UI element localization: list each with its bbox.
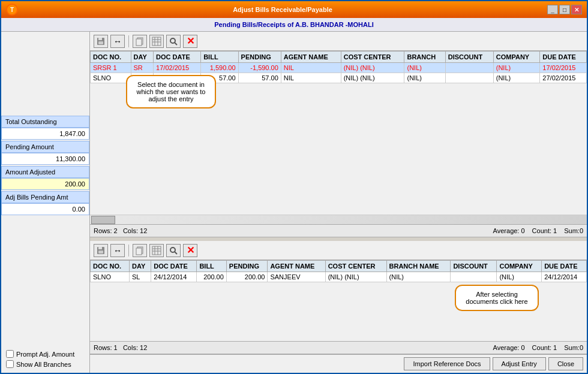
- cell-cost: (NIL) (NIL): [325, 272, 386, 282]
- lower-arrows-btn[interactable]: ↔: [110, 244, 125, 257]
- col-doc-no: DOC NO.: [91, 261, 130, 272]
- col-doc-date: DOC DATE: [151, 261, 197, 272]
- cell-doc-no: SRSR 1: [91, 63, 131, 73]
- cell-bill: 1,590.00: [201, 63, 238, 73]
- import-btn[interactable]: Import Reference Docs: [404, 357, 490, 370]
- bottom-buttons: Import Reference Docs Adjust Entry Close: [90, 354, 587, 373]
- cell-branch: (NIL): [386, 272, 451, 282]
- svg-rect-2: [98, 41, 103, 44]
- upper-grid-section: ↔ ✕: [90, 32, 587, 237]
- upper-toolbar: ↔ ✕: [90, 32, 587, 51]
- cell-day: SL: [130, 272, 151, 282]
- lower-rows-cols: Rows: 1 Cols: 12: [94, 344, 147, 351]
- cell-discount: [445, 73, 493, 83]
- upper-rows-cols: Rows: 2 Cols: 12: [94, 227, 147, 234]
- cell-doc-no: SLNO: [91, 73, 131, 83]
- cell-branch: (NIL): [404, 63, 445, 73]
- minimize-button[interactable]: _: [547, 5, 558, 14]
- upper-grid-header: DOC NO. DAY DOC DATE BILL PENDING AGENT …: [91, 52, 587, 63]
- cell-due: 24/12/2014: [542, 272, 587, 282]
- col-doc-date: DOC DATE: [154, 52, 201, 63]
- total-outstanding-label: Total Outstanding: [1, 116, 89, 128]
- svg-line-23: [175, 252, 177, 254]
- window-close-button[interactable]: ✕: [571, 5, 582, 14]
- svg-rect-14: [98, 251, 103, 254]
- lower-table-btn[interactable]: [149, 244, 164, 257]
- upper-scrollbar[interactable]: [90, 215, 587, 224]
- svg-rect-16: [136, 248, 142, 255]
- col-discount: DISCOUNT: [445, 52, 493, 63]
- lower-grid-wrapper: DOC NO. DAY DOC DATE BILL PENDING AGENT …: [90, 260, 587, 341]
- search-btn[interactable]: [166, 35, 181, 48]
- adjust-btn[interactable]: Adjust Entry: [493, 357, 546, 370]
- adj-bills-value: 0.00: [1, 203, 89, 215]
- col-bill: BILL: [197, 261, 226, 272]
- cell-cost: (NIL) (NIL): [341, 63, 404, 73]
- col-agent-name: AGENT NAME: [281, 52, 341, 63]
- upper-stats: Average: 0 Count: 1 Sum:0: [493, 227, 583, 234]
- lower-save-btn[interactable]: [94, 244, 108, 257]
- cell-due: 17/02/2015: [540, 63, 587, 73]
- delete-btn[interactable]: ✕: [183, 35, 197, 48]
- cell-agent: SANJEEV: [268, 272, 325, 282]
- col-doc-no: DOC NO.: [91, 52, 131, 63]
- lower-copy-btn[interactable]: [133, 244, 147, 257]
- lower-data-grid: DOC NO. DAY DOC DATE BILL PENDING AGENT …: [90, 260, 587, 282]
- svg-rect-5: [152, 37, 161, 46]
- cell-pending: 57.00: [238, 73, 281, 83]
- lower-toolbar: ↔ ✕: [90, 241, 587, 260]
- total-outstanding-value: 1,847.00: [1, 128, 89, 140]
- svg-point-22: [170, 248, 175, 252]
- save-btn[interactable]: [94, 35, 108, 48]
- show-all-checkbox[interactable]: [6, 360, 14, 368]
- sep1: [128, 35, 129, 47]
- col-cost-center: COST CENTER: [325, 261, 386, 272]
- main-window: T Adjust Bills Receivable/Payable _ □ ✕ …: [0, 0, 588, 374]
- upper-grid-row-1[interactable]: SRSR 1 SR 17/02/2015 1,590.00 -1,590.00 …: [91, 63, 587, 73]
- close-btn[interactable]: Close: [548, 357, 583, 370]
- arrows-btn[interactable]: ↔: [110, 35, 125, 48]
- cell-bill: 200.00: [197, 272, 226, 282]
- cell-doc-no: SLNO: [91, 272, 130, 282]
- cell-agent: NIL: [281, 63, 341, 73]
- lower-stats: Average: 0 Count: 1 Sum:0: [493, 344, 583, 351]
- col-due-date: DUE DATE: [540, 52, 587, 63]
- svg-rect-4: [136, 39, 142, 46]
- left-bottom: Prompt Adj. Amount Show All Branches: [1, 216, 89, 373]
- lower-grid-row-1[interactable]: SLNO SL 24/12/2014 200.00 200.00 SANJEEV…: [91, 272, 587, 282]
- lower-delete-btn[interactable]: ✕: [183, 244, 197, 257]
- lower-statusbar: Rows: 1 Cols: 12 Average: 0 Count: 1 Sum…: [90, 341, 587, 354]
- pending-amount-label: Pending Amount: [1, 141, 89, 153]
- col-pending: PENDING: [226, 261, 268, 272]
- cell-branch: (NIL): [404, 73, 445, 83]
- cell-company: (NIL): [497, 272, 542, 282]
- table-btn[interactable]: [149, 35, 164, 48]
- amount-adjusted-value: 200.00: [1, 178, 89, 190]
- col-pending: PENDING: [238, 52, 281, 63]
- svg-point-10: [170, 38, 175, 43]
- lower-grid-header: DOC NO. DAY DOC DATE BILL PENDING AGENT …: [91, 261, 587, 272]
- upper-grid-wrapper: DOC NO. DAY DOC DATE BILL PENDING AGENT …: [90, 51, 587, 215]
- cell-cost: (NIL) (NIL): [341, 73, 404, 83]
- amount-adjusted-label: Amount Adjusted: [1, 166, 89, 178]
- upper-statusbar: Rows: 2 Cols: 12 Average: 0 Count: 1 Sum…: [90, 224, 587, 237]
- col-company: COMPANY: [493, 52, 540, 63]
- svg-line-11: [175, 43, 177, 45]
- lower-search-btn[interactable]: [166, 244, 181, 257]
- cell-company: (NIL): [493, 73, 540, 83]
- col-agent-name: AGENT NAME: [268, 261, 325, 272]
- adj-bills-label: Adj Bills Pending Amt: [1, 191, 89, 203]
- svg-rect-17: [152, 246, 161, 255]
- upper-scrollbar-thumb[interactable]: [91, 216, 115, 224]
- prompt-checkbox[interactable]: [6, 350, 14, 358]
- show-all-row: Show All Branches: [6, 360, 85, 368]
- copy-btn[interactable]: [133, 35, 147, 48]
- svg-rect-1: [98, 38, 102, 40]
- maximize-button[interactable]: □: [559, 5, 570, 14]
- cell-discount: [451, 272, 497, 282]
- lower-sep1: [128, 245, 129, 257]
- col-branch-name: BRANCH NAME: [386, 261, 451, 272]
- left-panel: Total Outstanding 1,847.00 Pending Amoun…: [1, 32, 90, 373]
- cell-company: (NIL): [493, 63, 540, 73]
- cell-pending: -1,590.00: [238, 63, 281, 73]
